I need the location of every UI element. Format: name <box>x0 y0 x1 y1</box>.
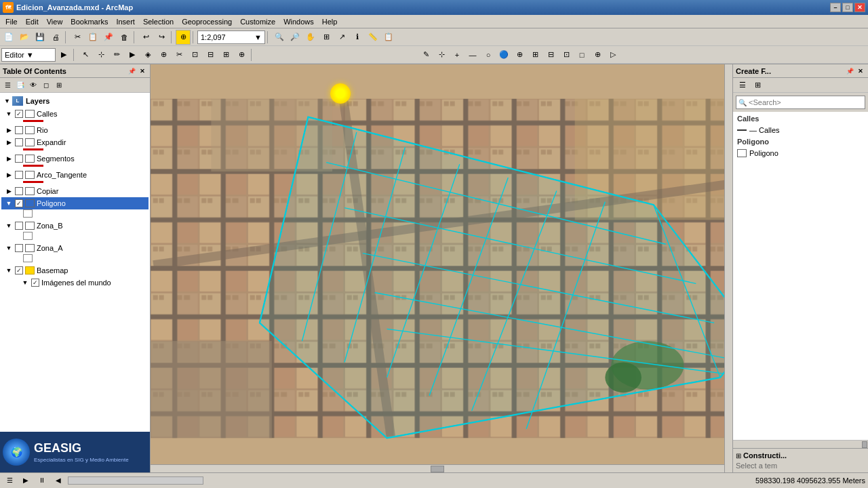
draw-tool-8[interactable]: ⊞ <box>528 47 542 62</box>
expandir-expander[interactable]: ▶ <box>4 138 14 147</box>
cf-list-btn[interactable]: ☰ <box>736 79 749 92</box>
draw-tool-6[interactable]: 🔵 <box>496 47 511 62</box>
edit-tool-8[interactable]: ⊡ <box>187 47 202 62</box>
menu-windows[interactable]: Windows <box>279 16 318 27</box>
status-play-btn[interactable]: ▶ <box>19 475 33 486</box>
play-button[interactable]: ▶ <box>56 47 71 62</box>
edit-tool-4[interactable]: ▶ <box>125 47 140 62</box>
map-scrollbar-v[interactable] <box>724 64 732 472</box>
toc-header-buttons[interactable]: 📌 ✕ <box>127 66 147 76</box>
draw-tool-5[interactable]: ○ <box>481 47 496 62</box>
calles-checkbox[interactable] <box>15 110 23 118</box>
arcotangente-checkbox[interactable] <box>15 171 23 179</box>
edit-tool-10[interactable]: ⊞ <box>218 47 233 62</box>
toc-layer-rio[interactable]: ▶ Rio <box>1 124 149 136</box>
edit-tool-2[interactable]: ⊹ <box>94 47 108 62</box>
copy-button[interactable]: 📋 <box>85 30 100 45</box>
poligono-expander[interactable]: ▼ <box>4 199 14 208</box>
draw-tool-7[interactable]: ⊕ <box>512 47 527 62</box>
cf-header-buttons[interactable]: 📌 ✕ <box>845 66 865 76</box>
toc-layer-zonaa[interactable]: ▼ Zona_A <box>1 242 149 254</box>
scroll-thumb-h[interactable] <box>431 466 444 472</box>
select-button[interactable]: ↗ <box>334 30 349 45</box>
cut-button[interactable]: ✂ <box>70 30 85 45</box>
draw-tool-13[interactable]: ▷ <box>606 47 620 62</box>
pan-button[interactable]: ✋ <box>303 30 318 45</box>
map-area[interactable] <box>151 64 732 472</box>
draw-tool-1[interactable]: ✎ <box>418 47 433 62</box>
toc-layer-arcotangente[interactable]: ▶ Arco_Tangente <box>1 169 149 181</box>
arcotangente-expander[interactable]: ▶ <box>4 170 14 180</box>
maximize-button[interactable]: □ <box>842 3 853 12</box>
rio-expander[interactable]: ▶ <box>4 125 14 135</box>
draw-tool-11[interactable]: □ <box>574 47 589 62</box>
toc-layer-expandir[interactable]: ▶ Expandir <box>1 136 149 148</box>
zonaa-expander[interactable]: ▼ <box>4 243 14 253</box>
toc-list-view[interactable]: ☰ <box>1 79 14 92</box>
draw-tool-10[interactable]: ⊡ <box>559 47 574 62</box>
imagenes-checkbox[interactable] <box>31 279 39 287</box>
snapping-button[interactable]: ⊕ <box>176 30 191 45</box>
status-layers-btn[interactable]: ☰ <box>3 475 16 486</box>
toc-options[interactable]: ⊞ <box>53 79 65 92</box>
menu-bookmarks[interactable]: Bookmarks <box>66 16 112 27</box>
edit-tool-11[interactable]: ⊕ <box>234 47 249 62</box>
cf-item-calles[interactable]: — Calles <box>734 124 867 136</box>
cf-close-button[interactable]: ✕ <box>856 66 865 76</box>
copiar-expander[interactable]: ▶ <box>4 186 14 196</box>
status-pause-btn[interactable]: ⏸ <box>35 475 49 486</box>
toc-layer-segmentos[interactable]: ▶ Segmentos <box>1 152 149 165</box>
cf-pin-button[interactable]: 📌 <box>845 66 854 76</box>
imagenes-expander[interactable]: ▼ <box>20 278 30 287</box>
toc-layer-poligono[interactable]: ▼ Poligono <box>1 197 149 209</box>
draw-tool-2[interactable]: ⊹ <box>434 47 449 62</box>
undo-button[interactable]: ↩ <box>138 30 153 45</box>
titlebar-controls[interactable]: – □ ✕ <box>830 3 865 12</box>
identify-button[interactable]: ℹ <box>350 30 365 45</box>
calles-expander[interactable]: ▼ <box>4 109 14 119</box>
menu-help[interactable]: Help <box>318 16 342 27</box>
scale-dropdown[interactable]: 1:2,097 ▼ <box>197 30 265 44</box>
edit-tool-9[interactable]: ⊟ <box>203 47 218 62</box>
expandir-checkbox[interactable] <box>15 138 23 146</box>
full-extent-button[interactable]: ⊞ <box>319 30 334 45</box>
zonab-expander[interactable]: ▼ <box>4 221 14 230</box>
toc-close-button[interactable]: ✕ <box>138 66 147 76</box>
map-scrollbar-h[interactable] <box>151 464 724 472</box>
menu-selection[interactable]: Selection <box>139 16 178 27</box>
edit-tool-3[interactable]: ✏ <box>109 47 124 62</box>
print-button[interactable]: 🖨 <box>48 30 63 45</box>
minimize-button[interactable]: – <box>830 3 841 12</box>
basemap-checkbox[interactable] <box>15 266 23 274</box>
basemap-expander[interactable]: ▼ <box>4 266 14 275</box>
segmentos-checkbox[interactable] <box>15 155 23 163</box>
draw-tool-3[interactable]: + <box>450 47 465 62</box>
paste-button[interactable]: 📌 <box>101 30 116 45</box>
menu-file[interactable]: File <box>1 16 22 27</box>
menu-geoprocessing[interactable]: Geoprocessing <box>178 16 236 27</box>
attribute-button[interactable]: 📋 <box>381 30 396 45</box>
cf-grid-btn[interactable]: ⊞ <box>751 79 764 92</box>
zoom-out-button[interactable]: 🔎 <box>288 30 302 45</box>
draw-tool-12[interactable]: ⊕ <box>590 47 605 62</box>
menu-customize[interactable]: Customize <box>236 16 279 27</box>
zoom-in-button[interactable]: 🔍 <box>272 30 287 45</box>
save-button[interactable]: 💾 <box>33 30 47 45</box>
status-back-btn[interactable]: ◀ <box>52 475 65 486</box>
edit-tool-1[interactable]: ↖ <box>78 47 93 62</box>
toc-source-view[interactable]: 📑 <box>14 79 26 92</box>
measure-button[interactable]: 📏 <box>366 30 380 45</box>
toc-layer-imagenes[interactable]: ▼ Imágenes del mundo <box>1 277 149 289</box>
editor-dropdown[interactable]: Editor ▼ <box>1 48 56 62</box>
toc-layer-copiar[interactable]: ▶ Copiar <box>1 185 149 197</box>
draw-tool-9[interactable]: ⊟ <box>543 47 558 62</box>
edit-tool-5[interactable]: ◈ <box>140 47 155 62</box>
menu-view[interactable]: View <box>43 16 67 27</box>
edit-tool-7[interactable]: ✂ <box>172 47 186 62</box>
close-button[interactable]: ✕ <box>854 3 865 12</box>
menu-edit[interactable]: Edit <box>22 16 43 27</box>
delete-button[interactable]: 🗑 <box>117 30 132 45</box>
cf-scroll-thumb[interactable] <box>862 441 867 448</box>
layers-expander[interactable]: ▼ <box>4 98 10 104</box>
zonab-checkbox[interactable] <box>15 222 23 230</box>
